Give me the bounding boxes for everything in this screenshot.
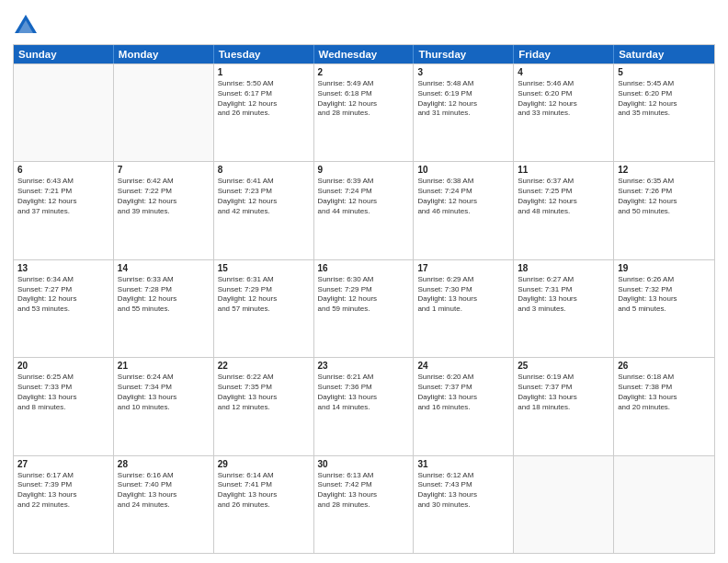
calendar-cell: 26Sunrise: 6:18 AM Sunset: 7:38 PM Dayli… (614, 358, 714, 454)
day-number: 24 (417, 361, 509, 371)
day-content: Sunrise: 6:34 AM Sunset: 7:27 PM Dayligh… (17, 275, 109, 315)
calendar-cell: 11Sunrise: 6:37 AM Sunset: 7:25 PM Dayli… (514, 162, 614, 259)
day-number: 16 (318, 263, 410, 273)
day-content: Sunrise: 6:18 AM Sunset: 7:38 PM Dayligh… (618, 373, 711, 412)
calendar-cell: 20Sunrise: 6:25 AM Sunset: 7:33 PM Dayli… (14, 358, 114, 454)
calendar-cell (114, 64, 214, 161)
day-content: Sunrise: 5:49 AM Sunset: 6:18 PM Dayligh… (318, 79, 410, 119)
calendar-cell: 3Sunrise: 5:48 AM Sunset: 6:19 PM Daylig… (414, 64, 514, 161)
calendar-week-2: 6Sunrise: 6:43 AM Sunset: 7:21 PM Daylig… (14, 161, 714, 259)
day-content: Sunrise: 6:38 AM Sunset: 7:24 PM Dayligh… (417, 177, 509, 216)
calendar-header: SundayMondayTuesdayWednesdayThursdayFrid… (14, 45, 714, 63)
day-number: 23 (318, 361, 410, 371)
day-content: Sunrise: 6:29 AM Sunset: 7:30 PM Dayligh… (417, 275, 509, 315)
calendar-cell: 4Sunrise: 5:46 AM Sunset: 6:20 PM Daylig… (514, 64, 614, 161)
day-content: Sunrise: 5:50 AM Sunset: 6:17 PM Dayligh… (218, 79, 310, 119)
calendar-week-3: 13Sunrise: 6:34 AM Sunset: 7:27 PM Dayli… (14, 259, 714, 357)
day-number: 2 (318, 67, 410, 77)
header-day-saturday: Saturday (614, 45, 714, 63)
calendar-cell (614, 456, 714, 553)
day-number: 6 (17, 165, 109, 175)
day-content: Sunrise: 6:35 AM Sunset: 7:26 PM Dayligh… (618, 177, 711, 216)
day-content: Sunrise: 6:43 AM Sunset: 7:21 PM Dayligh… (17, 177, 109, 216)
calendar-cell: 16Sunrise: 6:30 AM Sunset: 7:29 PM Dayli… (314, 260, 415, 357)
calendar-body: 1Sunrise: 5:50 AM Sunset: 6:17 PM Daylig… (14, 63, 714, 553)
header (13, 9, 715, 39)
day-number: 14 (118, 263, 210, 273)
day-content: Sunrise: 5:48 AM Sunset: 6:19 PM Dayligh… (417, 79, 509, 119)
calendar-cell: 1Sunrise: 5:50 AM Sunset: 6:17 PM Daylig… (214, 64, 314, 161)
calendar-cell: 9Sunrise: 6:39 AM Sunset: 7:24 PM Daylig… (314, 162, 415, 259)
day-content: Sunrise: 6:20 AM Sunset: 7:37 PM Dayligh… (417, 373, 509, 412)
calendar-cell: 29Sunrise: 6:14 AM Sunset: 7:41 PM Dayli… (214, 456, 314, 553)
calendar-cell: 24Sunrise: 6:20 AM Sunset: 7:37 PM Dayli… (414, 358, 514, 454)
day-content: Sunrise: 5:45 AM Sunset: 6:20 PM Dayligh… (618, 79, 711, 119)
day-number: 15 (218, 263, 310, 273)
calendar-cell: 10Sunrise: 6:38 AM Sunset: 7:24 PM Dayli… (414, 162, 514, 259)
calendar-week-1: 1Sunrise: 5:50 AM Sunset: 6:17 PM Daylig… (14, 63, 714, 161)
day-number: 11 (518, 165, 609, 175)
day-content: Sunrise: 6:25 AM Sunset: 7:33 PM Dayligh… (17, 373, 109, 412)
calendar-cell (514, 456, 614, 553)
day-number: 21 (118, 361, 210, 371)
day-content: Sunrise: 6:42 AM Sunset: 7:22 PM Dayligh… (118, 177, 210, 216)
day-number: 27 (17, 459, 109, 469)
day-number: 7 (118, 165, 210, 175)
day-content: Sunrise: 6:26 AM Sunset: 7:32 PM Dayligh… (618, 275, 711, 315)
day-content: Sunrise: 6:30 AM Sunset: 7:29 PM Dayligh… (318, 275, 410, 315)
header-day-tuesday: Tuesday (214, 45, 314, 63)
day-number: 19 (618, 263, 711, 273)
day-content: Sunrise: 6:37 AM Sunset: 7:25 PM Dayligh… (518, 177, 609, 216)
day-content: Sunrise: 6:27 AM Sunset: 7:31 PM Dayligh… (518, 275, 609, 315)
calendar: SundayMondayTuesdayWednesdayThursdayFrid… (13, 44, 715, 554)
calendar-week-4: 20Sunrise: 6:25 AM Sunset: 7:33 PM Dayli… (14, 357, 714, 454)
header-day-wednesday: Wednesday (314, 45, 415, 63)
calendar-cell: 7Sunrise: 6:42 AM Sunset: 7:22 PM Daylig… (114, 162, 214, 259)
day-content: Sunrise: 6:39 AM Sunset: 7:24 PM Dayligh… (318, 177, 410, 216)
calendar-cell: 13Sunrise: 6:34 AM Sunset: 7:27 PM Dayli… (14, 260, 114, 357)
calendar-week-5: 27Sunrise: 6:17 AM Sunset: 7:39 PM Dayli… (14, 455, 714, 553)
day-content: Sunrise: 6:12 AM Sunset: 7:43 PM Dayligh… (417, 471, 509, 511)
day-content: Sunrise: 6:19 AM Sunset: 7:37 PM Dayligh… (518, 373, 609, 412)
calendar-cell: 22Sunrise: 6:22 AM Sunset: 7:35 PM Dayli… (214, 358, 314, 454)
page: SundayMondayTuesdayWednesdayThursdayFrid… (0, 0, 728, 563)
header-day-friday: Friday (514, 45, 614, 63)
day-number: 25 (518, 361, 609, 371)
calendar-cell: 19Sunrise: 6:26 AM Sunset: 7:32 PM Dayli… (614, 260, 714, 357)
calendar-cell: 8Sunrise: 6:41 AM Sunset: 7:23 PM Daylig… (214, 162, 314, 259)
calendar-cell: 18Sunrise: 6:27 AM Sunset: 7:31 PM Dayli… (514, 260, 614, 357)
day-content: Sunrise: 6:33 AM Sunset: 7:28 PM Dayligh… (118, 275, 210, 315)
calendar-cell: 5Sunrise: 5:45 AM Sunset: 6:20 PM Daylig… (614, 64, 714, 161)
day-number: 4 (518, 67, 609, 77)
day-content: Sunrise: 6:21 AM Sunset: 7:36 PM Dayligh… (318, 373, 410, 412)
calendar-cell (14, 64, 114, 161)
header-day-thursday: Thursday (414, 45, 514, 63)
day-number: 30 (318, 459, 410, 469)
day-content: Sunrise: 6:24 AM Sunset: 7:34 PM Dayligh… (118, 373, 210, 412)
day-content: Sunrise: 6:17 AM Sunset: 7:39 PM Dayligh… (17, 471, 109, 511)
day-number: 10 (417, 165, 509, 175)
day-number: 31 (417, 459, 509, 469)
calendar-cell: 6Sunrise: 6:43 AM Sunset: 7:21 PM Daylig… (14, 162, 114, 259)
day-number: 22 (218, 361, 310, 371)
calendar-cell: 2Sunrise: 5:49 AM Sunset: 6:18 PM Daylig… (314, 64, 415, 161)
day-number: 18 (518, 263, 609, 273)
header-day-sunday: Sunday (14, 45, 114, 63)
day-content: Sunrise: 5:46 AM Sunset: 6:20 PM Dayligh… (518, 79, 609, 119)
calendar-cell: 30Sunrise: 6:13 AM Sunset: 7:42 PM Dayli… (314, 456, 415, 553)
day-content: Sunrise: 6:41 AM Sunset: 7:23 PM Dayligh… (218, 177, 310, 216)
day-number: 17 (417, 263, 509, 273)
day-number: 3 (417, 67, 509, 77)
day-number: 1 (218, 67, 310, 77)
day-number: 12 (618, 165, 711, 175)
calendar-cell: 31Sunrise: 6:12 AM Sunset: 7:43 PM Dayli… (414, 456, 514, 553)
logo-icon (13, 13, 39, 39)
calendar-cell: 23Sunrise: 6:21 AM Sunset: 7:36 PM Dayli… (314, 358, 415, 454)
day-number: 13 (17, 263, 109, 273)
header-day-monday: Monday (114, 45, 214, 63)
calendar-cell: 12Sunrise: 6:35 AM Sunset: 7:26 PM Dayli… (614, 162, 714, 259)
day-number: 20 (17, 361, 109, 371)
day-number: 5 (618, 67, 711, 77)
logo (13, 13, 42, 39)
calendar-cell: 21Sunrise: 6:24 AM Sunset: 7:34 PM Dayli… (114, 358, 214, 454)
